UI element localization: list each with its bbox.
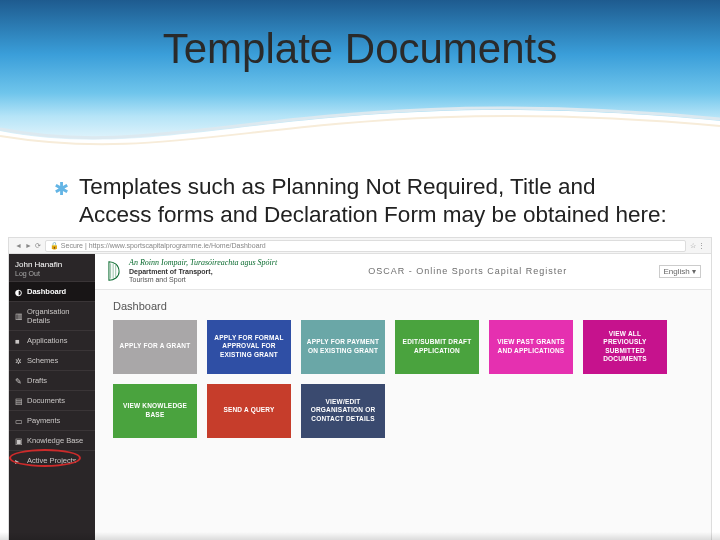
language-value: English [664,267,690,276]
back-icon[interactable]: ◄ [15,242,22,250]
bullet-text: Templates such as Planning Not Required,… [79,173,680,229]
sidebar-item-label: Active Projects [27,456,77,465]
tile-send-query[interactable]: SEND A QUERY [207,384,291,438]
sidebar-item-documents[interactable]: ▤ Documents [9,390,95,410]
tile-label: VIEW ALL PREVIOUSLY SUBMITTED DOCUMENTS [587,330,663,363]
chrome-menu-icon[interactable]: ⋮ [698,242,705,250]
tile-row-2: VIEW KNOWLEDGE BASE SEND A QUERY VIEW/ED… [113,384,693,438]
logo-ga: An Roinn Iompair, Turasóireachta agus Sp… [129,258,277,267]
sidebar-item-organisation-details[interactable]: ▥ Organisation Details [9,301,95,330]
tile-apply-formal-approval[interactable]: APPLY FOR FORMAL APPROVAL FOR EXISTING G… [207,320,291,374]
cog-icon: ✲ [15,357,23,365]
sidebar: John Hanafin Log Out ◐ Dashboard ▥ Organ… [9,254,95,540]
browser-nav-icons: ◄ ► ⟳ [15,242,41,250]
tile-view-knowledge-base[interactable]: VIEW KNOWLEDGE BASE [113,384,197,438]
file-icon: ▤ [15,397,23,405]
sidebar-item-label: Schemes [27,356,58,365]
sidebar-item-schemes[interactable]: ✲ Schemes [9,350,95,370]
sidebar-item-active-projects[interactable]: ▸ Active Projects [9,450,95,470]
sidebar-item-dashboard[interactable]: ◐ Dashboard [9,281,95,301]
tile-label: APPLY FOR A GRANT [120,342,191,350]
tile-label: VIEW/EDIT ORGANISATION OR CONTACT DETAIL… [305,398,381,422]
dept-logo-block: An Roinn Iompair, Turasóireachta agus Sp… [105,258,277,284]
slide-title: Template Documents [0,25,720,73]
app-frame: John Hanafin Log Out ◐ Dashboard ▥ Organ… [9,254,711,540]
sidebar-nav: ◐ Dashboard ▥ Organisation Details ■ App… [9,281,95,470]
dashboard-heading: Dashboard [113,300,693,312]
tile-view-past-grants[interactable]: VIEW PAST GRANTS AND APPLICATIONS [489,320,573,374]
forward-icon[interactable]: ► [25,242,32,250]
credit-card-icon: ▭ [15,417,23,425]
app-title: OSCAR - Online Sports Capital Register [368,266,567,276]
chevron-down-icon: ▾ [692,267,696,276]
browser-chrome-bar: ◄ ► ⟳ 🔒 Secure | https://www.sportscapit… [9,238,711,254]
tile-view-edit-org-details[interactable]: VIEW/EDIT ORGANISATION OR CONTACT DETAIL… [301,384,385,438]
bullet-star-icon: ✱ [54,178,69,200]
logo-en2: Tourism and Sport [129,276,277,284]
wave-decoration [0,91,720,161]
embedded-screenshot: ◄ ► ⟳ 🔒 Secure | https://www.sportscapit… [8,237,712,540]
sidebar-item-label: Knowledge Base [27,436,83,445]
url-text: https://www.sportscapitalprogramme.ie/Ho… [89,242,266,249]
tile-label: SEND A QUERY [223,406,274,414]
slide-footer-shadow [0,532,720,540]
tile-label: APPLY FOR PAYMENT ON EXISTING GRANT [305,338,381,354]
language-selector[interactable]: English ▾ [659,265,701,278]
tile-label: EDIT/SUBMIT DRAFT APPLICATION [399,338,475,354]
book-icon: ▣ [15,437,23,445]
tile-label: VIEW KNOWLEDGE BASE [117,402,193,418]
sidebar-item-label: Applications [27,336,67,345]
logout-link[interactable]: Log Out [15,270,89,277]
sidebar-item-applications[interactable]: ■ Applications [9,330,95,350]
secure-label: Secure [61,242,83,249]
bookmark-icon[interactable]: ☆ [690,242,696,250]
sidebar-item-label: Documents [27,396,65,405]
dept-logo-text: An Roinn Iompair, Turasóireachta agus Sp… [129,258,277,284]
tile-apply-for-grant[interactable]: APPLY FOR A GRANT [113,320,197,374]
flag-icon: ▸ [15,457,23,465]
tile-label: VIEW PAST GRANTS AND APPLICATIONS [493,338,569,354]
tile-apply-for-payment[interactable]: APPLY FOR PAYMENT ON EXISTING GRANT [301,320,385,374]
sidebar-item-label: Organisation Details [27,307,89,325]
sidebar-item-label: Drafts [27,376,47,385]
tile-row-1: APPLY FOR A GRANT APPLY FOR FORMAL APPRO… [113,320,693,374]
reload-icon[interactable]: ⟳ [35,242,41,250]
tile-label: APPLY FOR FORMAL APPROVAL FOR EXISTING G… [211,334,287,358]
address-bar[interactable]: 🔒 Secure | https://www.sportscapitalprog… [45,240,686,252]
user-name: John Hanafin [15,260,89,269]
sidebar-item-drafts[interactable]: ✎ Drafts [9,370,95,390]
sidebar-item-payments[interactable]: ▭ Payments [9,410,95,430]
logo-en1: Department of Transport, [129,268,277,276]
slide-header: Template Documents [0,0,720,155]
tile-view-submitted-documents[interactable]: VIEW ALL PREVIOUSLY SUBMITTED DOCUMENTS [583,320,667,374]
sidebar-user-block: John Hanafin Log Out [9,254,95,281]
tachometer-icon: ◐ [15,288,23,296]
sidebar-item-label: Dashboard [27,287,66,296]
tile-edit-submit-draft[interactable]: EDIT/SUBMIT DRAFT APPLICATION [395,320,479,374]
main-header: An Roinn Iompair, Turasóireachta agus Sp… [95,254,711,289]
folder-icon: ■ [15,337,23,345]
dashboard-panel: Dashboard APPLY FOR A GRANT APPLY FOR FO… [95,290,711,458]
bullet-row: ✱ Templates such as Planning Not Require… [0,155,720,235]
sidebar-item-knowledge-base[interactable]: ▣ Knowledge Base [9,430,95,450]
pencil-icon: ✎ [15,377,23,385]
building-icon: ▥ [15,312,23,320]
harp-icon [105,260,123,282]
sidebar-item-label: Payments [27,416,60,425]
main-content: An Roinn Iompair, Turasóireachta agus Sp… [95,254,711,540]
